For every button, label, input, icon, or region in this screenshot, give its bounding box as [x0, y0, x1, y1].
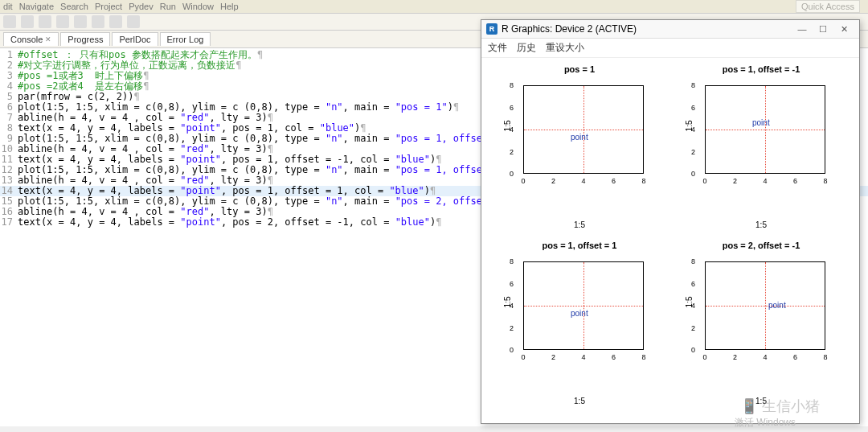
plot-box: point [523, 261, 644, 350]
r-menu-item[interactable]: 重设大小 [546, 42, 584, 53]
toolbar-icon[interactable] [3, 15, 16, 28]
point-label: point [752, 118, 770, 127]
menu-help[interactable]: Help [220, 2, 239, 11]
r-window-menubar[interactable]: 文件历史重设大小 [481, 39, 859, 58]
tab-console[interactable]: Console✕ [3, 32, 59, 46]
activate-windows: 激活 Windows [735, 416, 796, 430]
tab-error-log[interactable]: Error Log [160, 32, 211, 46]
main-menubar[interactable]: ditNavigateSearchProjectPydevRunWindowHe… [0, 0, 868, 14]
maximize-button[interactable]: ☐ [813, 24, 833, 35]
toolbar-icon[interactable] [21, 15, 34, 28]
r-window-titlebar[interactable]: R R Graphics: Device 2 (ACTIVE) — ☐ ✕ [481, 20, 859, 39]
plot-box: point [523, 85, 644, 174]
toolbar-icon[interactable] [39, 15, 51, 28]
plot: pos = 1point02468024681:51:5 [491, 64, 668, 236]
menu-search[interactable]: Search [60, 2, 88, 11]
plot-box: point [705, 85, 825, 174]
menu-window[interactable]: Window [182, 2, 214, 11]
point-label: point [571, 133, 588, 142]
plot-title: pos = 1, offset = 1 [491, 241, 668, 250]
plot: pos = 1, offset = 1point02468024681:51:5 [491, 241, 668, 412]
plot-title: pos = 2, offset = -1 [673, 241, 850, 250]
plot-title: pos = 1, offset = -1 [673, 64, 850, 74]
tab-perldoc[interactable]: PerlDoc [112, 32, 158, 46]
toolbar-icon[interactable] [92, 15, 104, 28]
plot-title: pos = 1 [491, 64, 668, 74]
plot-box: point [705, 261, 825, 350]
r-graphics-window[interactable]: R R Graphics: Device 2 (ACTIVE) — ☐ ✕ 文件… [481, 19, 860, 424]
close-button[interactable]: ✕ [833, 24, 854, 35]
r-window-title: R Graphics: Device 2 (ACTIVE) [502, 23, 637, 35]
toolbar-icon[interactable] [74, 15, 87, 28]
plot: pos = 1, offset = -1point02468024681:51:… [673, 64, 850, 236]
r-menu-item[interactable]: 历史 [517, 42, 536, 53]
point-label: point [768, 301, 786, 310]
menu-project[interactable]: Project [95, 2, 122, 11]
plot: pos = 2, offset = -1point02468024681:51:… [673, 241, 850, 412]
plot-grid: pos = 1point02468024681:51:5pos = 1, off… [481, 58, 859, 418]
watermark: 📱 生信小猪 [740, 397, 820, 416]
quick-access[interactable]: Quick Access [796, 0, 860, 13]
menu-run[interactable]: Run [160, 2, 176, 11]
menu-navigate[interactable]: Navigate [19, 2, 54, 11]
minimize-button[interactable]: — [792, 24, 813, 34]
toolbar-icon[interactable] [56, 15, 69, 28]
menu-pydev[interactable]: Pydev [129, 2, 154, 11]
r-icon: R [486, 23, 497, 35]
toolbar-icon[interactable] [127, 15, 140, 28]
tab-progress[interactable]: Progress [60, 32, 110, 46]
r-menu-item[interactable]: 文件 [488, 42, 507, 53]
point-label: point [571, 309, 588, 318]
toolbar-icon[interactable] [109, 15, 122, 28]
menu-dit[interactable]: dit [3, 2, 13, 11]
